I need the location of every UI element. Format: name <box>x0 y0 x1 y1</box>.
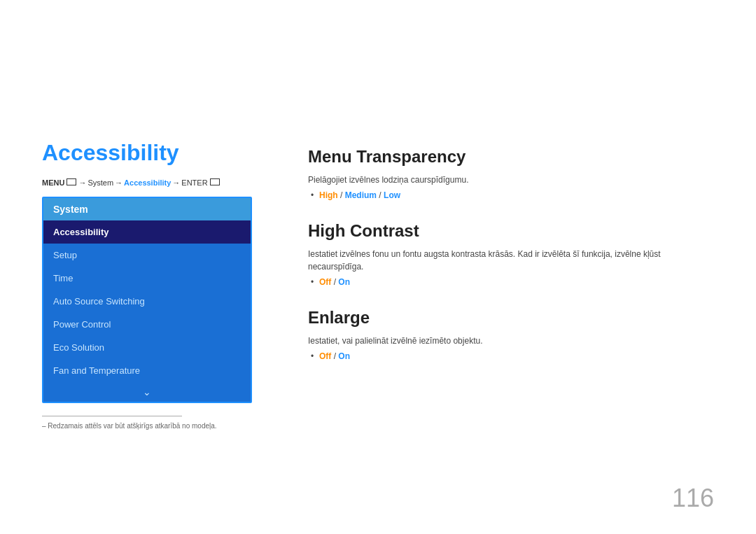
breadcrumb-menu-label: MENU <box>42 178 64 187</box>
menu-transparency-desc: Pielāgojiet izvēlnes lodziņa caurspīdīgu… <box>308 174 672 186</box>
breadcrumb-accessibility: Accessibility <box>124 178 171 187</box>
breadcrumb-enter-label: ENTER <box>181 178 207 187</box>
page-number: 116 <box>672 484 714 513</box>
breadcrumb-system: System <box>88 178 113 187</box>
menu-item-accessibility[interactable]: Accessibility <box>43 220 251 244</box>
option-on-2: On <box>338 351 350 361</box>
enlarge-desc: Iestatiet, vai palielināt izvēlnē iezīmē… <box>308 335 672 347</box>
breadcrumb: MENU → System → Accessibility → ENTER <box>42 178 252 187</box>
right-column: Menu Transparency Pielāgojiet izvēlnes l… <box>308 140 714 430</box>
sep-4: / <box>331 351 338 361</box>
enter-icon <box>210 178 220 185</box>
option-low: Low <box>384 190 400 200</box>
option-on-1: On <box>338 277 350 287</box>
system-menu-header: System <box>43 198 251 220</box>
menu-item-fan-temp[interactable]: Fan and Temperature <box>43 359 251 382</box>
section-menu-transparency: Menu Transparency Pielāgojiet izvēlnes l… <box>308 147 714 200</box>
breadcrumb-arrow-1: → <box>78 178 86 187</box>
system-menu: System Accessibility Setup Time Auto Sou… <box>42 197 252 403</box>
section-high-contrast: High Contrast Iestatiet izvēlnes fonu un… <box>308 221 714 287</box>
menu-item-setup[interactable]: Setup <box>43 244 251 267</box>
left-column: Accessibility MENU → System → Accessibil… <box>42 140 252 430</box>
sep-1: / <box>338 190 345 200</box>
menu-item-time[interactable]: Time <box>43 267 251 290</box>
menu-item-power-control[interactable]: Power Control <box>43 313 251 336</box>
sep-3: / <box>331 277 338 287</box>
menu-transparency-title: Menu Transparency <box>308 147 714 167</box>
menu-transparency-options: High / Medium / Low <box>308 190 714 200</box>
high-contrast-desc: Iestatiet izvēlnes fonu un fontu augsta … <box>308 248 672 273</box>
high-contrast-options: Off / On <box>308 277 714 287</box>
enlarge-title: Enlarge <box>308 308 714 328</box>
section-enlarge: Enlarge Iestatiet, vai palielināt izvēln… <box>308 308 714 361</box>
menu-item-auto-source[interactable]: Auto Source Switching <box>43 290 251 313</box>
high-contrast-title: High Contrast <box>308 221 714 241</box>
footnote-divider <box>42 416 182 416</box>
breadcrumb-arrow-2: → <box>115 178 122 187</box>
enlarge-options: Off / On <box>308 351 714 361</box>
menu-icon <box>66 178 76 185</box>
option-off-1: Off <box>319 277 331 287</box>
sep-2: / <box>377 190 384 200</box>
menu-chevron-down[interactable]: ⌄ <box>43 382 251 402</box>
option-medium: Medium <box>345 190 377 200</box>
page-title: Accessibility <box>42 140 252 166</box>
option-off-2: Off <box>319 351 331 361</box>
menu-item-eco-solution[interactable]: Eco Solution <box>43 336 251 359</box>
breadcrumb-arrow-3: → <box>172 178 180 187</box>
option-high: High <box>319 190 338 200</box>
footnote-text: – Redzamais attēls var būt atšķirīgs atk… <box>42 422 252 430</box>
